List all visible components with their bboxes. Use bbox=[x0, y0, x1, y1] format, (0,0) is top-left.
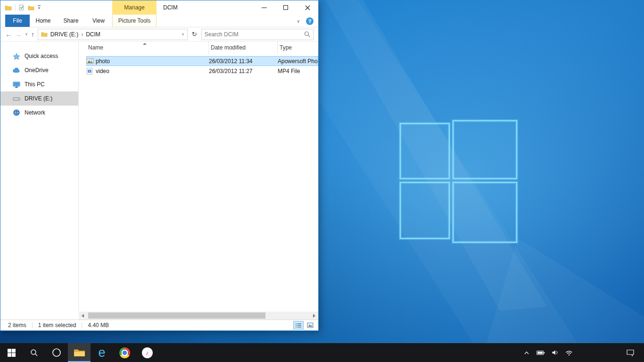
details-view-button[interactable] bbox=[293, 321, 304, 329]
file-date-modified: 26/03/2012 11:34 bbox=[209, 58, 278, 65]
qat-separator bbox=[15, 4, 16, 11]
quick-access-star-icon bbox=[13, 53, 20, 60]
action-center-button[interactable] bbox=[621, 343, 639, 362]
search-input[interactable] bbox=[205, 31, 302, 38]
tray-expand-button[interactable] bbox=[521, 343, 532, 362]
file-rows: photo 26/03/2012 11:34 Apowersoft Pho bbox=[79, 56, 318, 76]
column-header-type-label: Type bbox=[280, 44, 292, 51]
column-header-name[interactable]: Name bbox=[86, 41, 209, 54]
help-button[interactable]: ? bbox=[306, 17, 314, 25]
battery-button[interactable] bbox=[536, 343, 546, 362]
column-header-date-modified[interactable]: Date modified bbox=[209, 41, 278, 54]
selection-count: 1 item selected bbox=[38, 322, 76, 329]
taskbar-chrome-button[interactable] bbox=[113, 343, 136, 362]
recent-locations-button[interactable]: ∨ bbox=[25, 32, 28, 36]
window-title: DCIM bbox=[163, 0, 178, 15]
large-icons-view-icon bbox=[307, 322, 314, 328]
sidebar-item-quick-access[interactable]: Quick access bbox=[0, 49, 78, 63]
qat-properties-icon[interactable] bbox=[19, 5, 25, 10]
taskbar-internet-explorer-button[interactable]: e bbox=[91, 343, 113, 362]
sort-ascending-icon bbox=[143, 43, 147, 45]
battery-icon bbox=[537, 350, 545, 356]
breadcrumb-drive[interactable]: DRIVE (E:) bbox=[50, 31, 78, 38]
file-list-area: Name Date modified Type bbox=[79, 41, 318, 312]
screen: ∨ Manage DCIM File Home Share View Pictu… bbox=[0, 0, 644, 362]
items-count: 2 items bbox=[8, 322, 26, 329]
minimize-button[interactable] bbox=[253, 0, 275, 15]
sidebar-item-drive-e[interactable]: DRIVE (E:) bbox=[0, 91, 78, 106]
taskbar: e ♪ bbox=[0, 343, 644, 362]
large-icons-view-button[interactable] bbox=[305, 321, 315, 329]
tab-home[interactable]: Home bbox=[30, 15, 57, 27]
explorer-app-icon[interactable] bbox=[5, 5, 12, 10]
tab-picture-tools[interactable]: Picture Tools bbox=[112, 15, 157, 27]
column-header-type[interactable]: Type bbox=[278, 41, 318, 54]
refresh-button[interactable]: ↻ bbox=[192, 31, 197, 38]
search-icon bbox=[304, 31, 310, 37]
windows-start-icon bbox=[8, 349, 16, 357]
file-type: MP4 File bbox=[278, 68, 318, 74]
onedrive-cloud-icon bbox=[13, 67, 20, 74]
qat-customize-button[interactable]: ∨ bbox=[38, 5, 41, 10]
scroll-right-icon bbox=[313, 314, 315, 318]
sidebar-item-network[interactable]: Network bbox=[0, 106, 78, 120]
column-header-date-label: Date modified bbox=[211, 44, 246, 51]
maximize-button[interactable] bbox=[275, 0, 297, 15]
file-row-video[interactable]: video 26/03/2012 11:27 MP4 File bbox=[86, 66, 318, 76]
status-separator bbox=[82, 322, 82, 329]
tab-file[interactable]: File bbox=[5, 15, 30, 27]
speaker-icon bbox=[552, 349, 559, 356]
system-tray bbox=[521, 343, 574, 362]
file-name: video bbox=[96, 68, 209, 74]
network-globe-icon bbox=[13, 109, 20, 116]
taskbar-file-explorer-button[interactable] bbox=[68, 343, 91, 362]
file-row-photo[interactable]: photo 26/03/2012 11:34 Apowersoft Pho bbox=[86, 56, 318, 66]
sidebar-item-label: OneDrive bbox=[25, 67, 49, 74]
address-toolbar: ← → ∨ ↑ DRIVE (E:) › DCIM ∨ ↻ bbox=[0, 27, 318, 41]
qat-new-folder-icon[interactable] bbox=[28, 5, 34, 10]
window-controls bbox=[253, 0, 318, 15]
tab-share[interactable]: Share bbox=[57, 15, 85, 27]
back-button[interactable]: ← bbox=[5, 31, 12, 38]
internet-explorer-icon: e bbox=[98, 346, 105, 359]
scroll-right-button[interactable] bbox=[310, 312, 318, 320]
file-date-modified: 26/03/2012 11:27 bbox=[209, 68, 278, 74]
music-note-glyph: ♪ bbox=[146, 349, 149, 356]
ribbon-collapse-icon[interactable]: ∨ bbox=[297, 19, 300, 24]
file-type: Apowersoft Pho bbox=[278, 58, 318, 65]
itunes-icon: ♪ bbox=[142, 347, 153, 358]
breadcrumb-separator: › bbox=[81, 31, 83, 38]
cortana-button[interactable] bbox=[45, 343, 68, 362]
file-name: photo bbox=[96, 58, 209, 65]
view-toggle-buttons bbox=[293, 321, 315, 329]
scroll-left-icon bbox=[82, 314, 84, 318]
status-bar: 2 items 1 item selected 4.40 MB bbox=[0, 320, 318, 330]
network-button[interactable] bbox=[564, 343, 574, 362]
sidebar-item-label: DRIVE (E:) bbox=[25, 95, 52, 102]
breadcrumb-folder[interactable]: DCIM bbox=[86, 31, 100, 38]
up-button[interactable]: ↑ bbox=[31, 31, 34, 38]
close-button[interactable] bbox=[297, 0, 318, 15]
address-dropdown-icon[interactable]: ∨ bbox=[182, 32, 184, 36]
search-icon bbox=[30, 349, 38, 357]
content-area: Quick access OneDrive This PC bbox=[0, 41, 318, 312]
sidebar-item-this-pc[interactable]: This PC bbox=[0, 77, 78, 91]
taskbar-search-button[interactable] bbox=[23, 343, 45, 362]
close-icon bbox=[305, 5, 310, 10]
cortana-ring-icon bbox=[52, 348, 61, 357]
address-folder-icon bbox=[41, 32, 48, 37]
ribbon-contextual-group-manage[interactable]: Manage bbox=[112, 0, 157, 15]
address-bar[interactable]: DRIVE (E:) › DCIM ∨ bbox=[38, 29, 188, 40]
volume-button[interactable] bbox=[550, 343, 560, 362]
ribbon-right-controls: ∨ ? bbox=[297, 15, 314, 27]
sidebar-item-onedrive[interactable]: OneDrive bbox=[0, 63, 78, 77]
taskbar-itunes-button[interactable]: ♪ bbox=[136, 343, 158, 362]
scroll-left-button[interactable] bbox=[79, 312, 87, 320]
tab-view[interactable]: View bbox=[85, 15, 112, 27]
start-button[interactable] bbox=[0, 343, 23, 362]
scrollbar-thumb[interactable] bbox=[88, 313, 265, 319]
details-view-icon bbox=[295, 322, 302, 328]
sidebar-item-label: Quick access bbox=[25, 53, 58, 59]
forward-button[interactable]: → bbox=[15, 31, 22, 38]
horizontal-scrollbar[interactable] bbox=[79, 312, 318, 320]
